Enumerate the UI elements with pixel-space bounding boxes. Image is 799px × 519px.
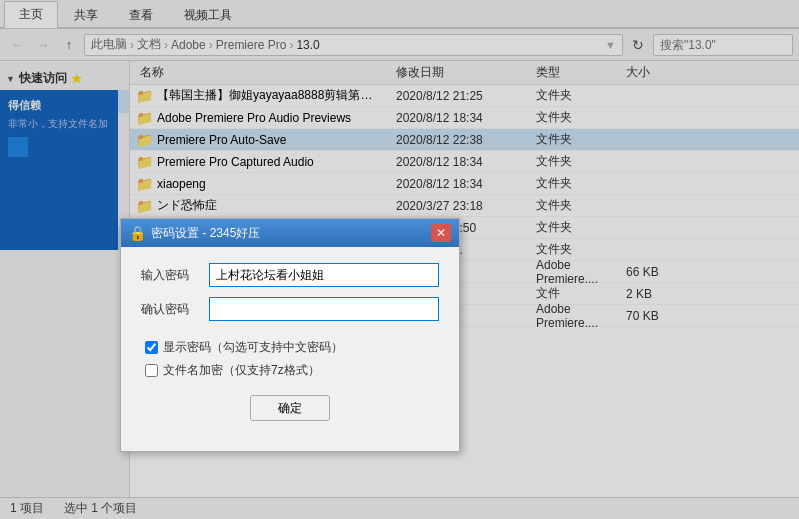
show-password-row: 显示密码（勾选可支持中文密码） bbox=[145, 339, 439, 356]
dialog-title-left: 🔒 密码设置 - 2345好压 bbox=[129, 225, 260, 242]
confirm-password-row: 确认密码 bbox=[141, 297, 439, 321]
show-password-checkbox-label[interactable]: 显示密码（勾选可支持中文密码） bbox=[163, 339, 343, 356]
password-input[interactable] bbox=[209, 263, 439, 287]
dialog-footer: 确定 bbox=[141, 385, 439, 435]
filename-encrypt-checkbox[interactable] bbox=[145, 364, 158, 377]
password-label: 输入密码 bbox=[141, 267, 201, 284]
dialog-body: 输入密码 确认密码 显示密码（勾选可支持中文密码） 文件名加密（仅支持7z格式）… bbox=[121, 247, 459, 451]
dialog-titlebar: 🔒 密码设置 - 2345好压 ✕ bbox=[121, 219, 459, 247]
confirm-password-input[interactable] bbox=[209, 297, 439, 321]
filename-encrypt-checkbox-label[interactable]: 文件名加密（仅支持7z格式） bbox=[163, 362, 320, 379]
password-row: 输入密码 bbox=[141, 263, 439, 287]
dialog-title-icon: 🔒 bbox=[129, 225, 146, 241]
filename-encrypt-row: 文件名加密（仅支持7z格式） bbox=[145, 362, 439, 379]
dialog-title: 密码设置 - 2345好压 bbox=[151, 225, 260, 242]
dialog-close-button[interactable]: ✕ bbox=[431, 224, 451, 242]
confirm-label: 确认密码 bbox=[141, 301, 201, 318]
confirm-button[interactable]: 确定 bbox=[250, 395, 330, 421]
password-dialog: 🔒 密码设置 - 2345好压 ✕ 输入密码 确认密码 显示密码（勾选可支持中文… bbox=[120, 218, 460, 452]
show-password-checkbox[interactable] bbox=[145, 341, 158, 354]
